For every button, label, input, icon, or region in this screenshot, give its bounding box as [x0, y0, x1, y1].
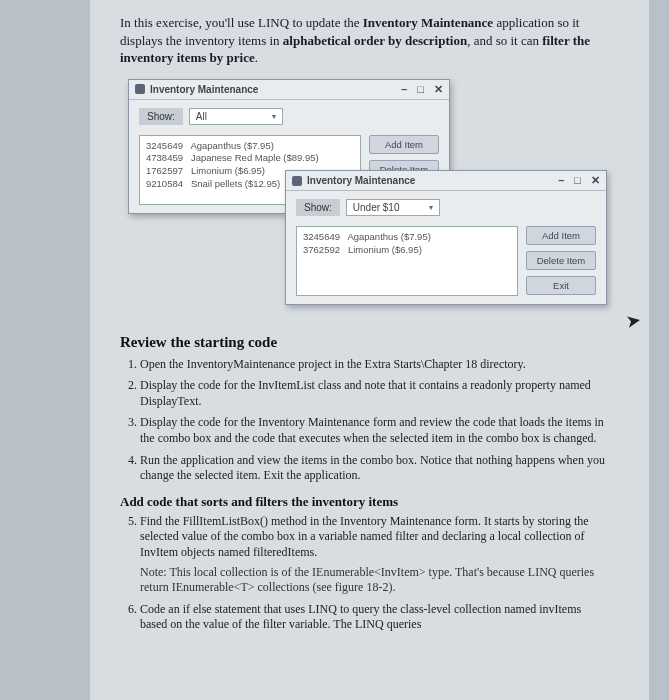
intro-text: In this exercise, you'll use LINQ to upd…: [120, 14, 609, 67]
add-code-heading: Add code that sorts and filters the inve…: [120, 494, 609, 510]
step-4: Run the application and view the items i…: [140, 453, 609, 484]
list-item[interactable]: 3245649 Agapanthus ($7.95): [303, 231, 511, 244]
cursor-icon: ➤: [624, 309, 643, 333]
step-6: Code an if else statement that uses LINQ…: [140, 602, 609, 633]
step-5-note: Note: This local collection is of the IE…: [140, 565, 609, 596]
chevron-down-icon: ▾: [429, 203, 433, 212]
chevron-down-icon: ▾: [272, 112, 276, 121]
step-3: Display the code for the Inventory Maint…: [140, 415, 609, 446]
filter-combo[interactable]: All ▾: [189, 108, 283, 125]
step-2: Display the code for the InvItemList cla…: [140, 378, 609, 409]
add-item-button[interactable]: Add Item: [526, 226, 596, 245]
review-heading: Review the starting code: [120, 334, 609, 351]
titlebar: Inventory Maintenance – □ ✕: [286, 171, 606, 191]
delete-item-button[interactable]: Delete Item: [526, 251, 596, 270]
app-icon: [292, 176, 302, 186]
step-5: Find the FillItemListBox() method in the…: [140, 514, 609, 596]
app-icon: [135, 84, 145, 94]
list-item[interactable]: 3762592 Limonium ($6.95): [303, 244, 511, 257]
window-inventory-filtered: Inventory Maintenance – □ ✕ Show: Under …: [285, 170, 607, 305]
exit-button[interactable]: Exit: [526, 276, 596, 295]
inventory-listbox[interactable]: 3245649 Agapanthus ($7.95) 3762592 Limon…: [296, 226, 518, 296]
show-label: Show:: [139, 108, 183, 125]
filter-combo-value: Under $10: [353, 202, 400, 213]
window-title: Inventory Maintenance: [150, 84, 401, 95]
add-item-button[interactable]: Add Item: [369, 135, 439, 154]
filter-combo-value: All: [196, 111, 207, 122]
review-section: Review the starting code Open the Invent…: [120, 334, 609, 633]
list-item[interactable]: 4738459 Japanese Red Maple ($89.95): [146, 152, 354, 165]
minimize-button[interactable]: –: [558, 175, 564, 186]
titlebar: Inventory Maintenance – □ ✕: [129, 80, 449, 100]
list-item[interactable]: 3245649 Agapanthus ($7.95): [146, 140, 354, 153]
step-1: Open the InventoryMaintenance project in…: [140, 357, 609, 373]
maximize-button[interactable]: □: [417, 84, 424, 95]
minimize-button[interactable]: –: [401, 84, 407, 95]
filter-combo[interactable]: Under $10 ▾: [346, 199, 440, 216]
close-button[interactable]: ✕: [434, 84, 443, 95]
window-title: Inventory Maintenance: [307, 175, 558, 186]
show-label: Show:: [296, 199, 340, 216]
maximize-button[interactable]: □: [574, 175, 581, 186]
close-button[interactable]: ✕: [591, 175, 600, 186]
